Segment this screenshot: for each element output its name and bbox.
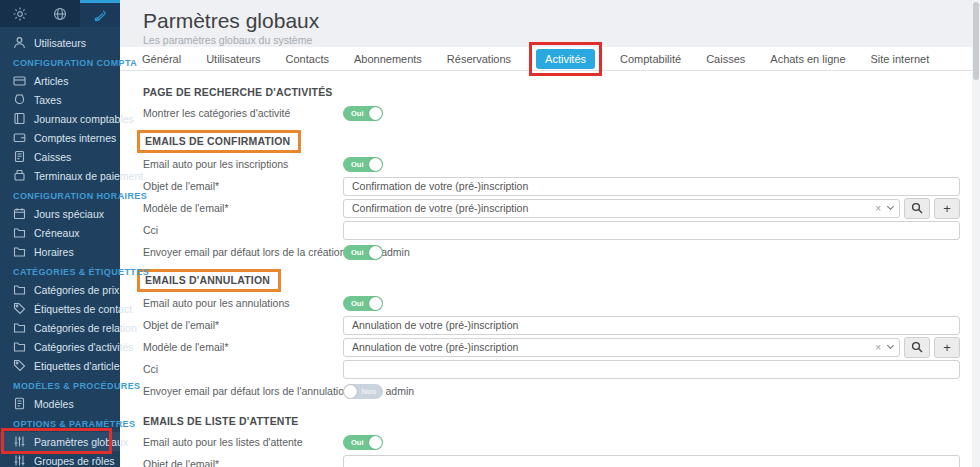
chevron-down-icon: [887, 342, 894, 349]
email-template-select[interactable]: Confirmation de votre (pré-)inscription …: [343, 199, 900, 218]
sidebar-item-terminaux-de-paiement[interactable]: Terminaux de paiement: [0, 166, 120, 185]
wallet-icon: [13, 131, 26, 144]
form-row: Objet de l'email*: [143, 314, 960, 336]
sidebar-item-label: Etiquettes d'article: [34, 360, 119, 372]
field-label: Email auto pour les annulations: [143, 297, 343, 309]
sidebar-item-jours-speciaux[interactable]: Jours spéciaux: [0, 204, 120, 223]
sidebar-item-caisses[interactable]: Caisses: [0, 147, 120, 166]
sidebar-item-categories-de-prix[interactable]: Catégories de prix: [0, 280, 120, 299]
search-template-button[interactable]: [904, 198, 930, 219]
clear-selection-icon[interactable]: ×: [875, 203, 881, 214]
sidebar-item-articles[interactable]: Articles: [0, 71, 120, 90]
sidebar-item-label: Taxes: [34, 94, 61, 106]
selected-value: Confirmation de votre (pré-)inscription: [352, 202, 875, 214]
toggle-knob: [369, 436, 382, 449]
calendar-icon: [13, 207, 26, 220]
field-label: Email auto pour les inscriptions: [143, 158, 343, 170]
form-row: Cci: [143, 358, 960, 380]
sidebar-item-modeles[interactable]: Modèles: [0, 394, 120, 413]
settings-gear-icon[interactable]: [0, 0, 40, 27]
sidebar-item-journaux-comptables[interactable]: Journaux comptables: [0, 109, 120, 128]
form-row: Email auto pour les listes d'attente Oui: [143, 431, 960, 453]
toggle-email-auto-annulations[interactable]: Oui: [343, 296, 383, 311]
sidebar-item-label: Étiquettes de contact: [34, 303, 132, 315]
form-row: Envoyer email par défaut lors de la créa…: [143, 241, 960, 263]
annotation-orange-box: EMAILS D'ANNULATION: [137, 269, 281, 292]
sidebar-item-horaires[interactable]: Horaires: [0, 242, 120, 261]
sidebar-item-label: Paramètres globaux: [34, 436, 128, 448]
tab-contacts[interactable]: Contacts: [286, 53, 329, 65]
toggle-state-label: Oui: [351, 248, 364, 257]
toggle-email-auto-listes-attente[interactable]: Oui: [343, 435, 383, 450]
section-title-emails-confirmation: EMAILS DE CONFIRMATION: [145, 135, 290, 148]
cash-register-icon: [13, 150, 26, 163]
add-template-button[interactable]: +: [934, 337, 960, 358]
sidebar-item-label: Créneaux: [34, 227, 80, 239]
cci-input[interactable]: [343, 360, 960, 379]
toggle-knob: [344, 385, 357, 398]
cci-input[interactable]: [343, 221, 960, 240]
field-label: Modèle de l'email*: [143, 202, 343, 214]
email-subject-input[interactable]: [343, 177, 960, 196]
field-label: Modèle de l'email*: [143, 341, 343, 353]
form-row: Cci: [143, 219, 960, 241]
sidebar-item-label: Horaires: [34, 246, 74, 258]
sliders-icon: [13, 435, 26, 448]
tab-activites[interactable]: Activités: [536, 49, 595, 69]
toggle-state-label: Oui: [351, 109, 364, 118]
tab-general[interactable]: Général: [142, 53, 181, 65]
form-row: Objet de l'email*: [143, 175, 960, 197]
search-icon: [911, 341, 923, 353]
email-template-select[interactable]: Annulation de votre (pré-)inscription ×: [343, 338, 900, 357]
journal-icon: [13, 112, 26, 125]
sidebar-item-parametres-globaux[interactable]: Paramètres globaux: [0, 432, 120, 451]
toggle-email-defaut-annulation-admin[interactable]: Non: [343, 384, 383, 399]
sidebar-item-label: Catégories de relation: [34, 322, 137, 334]
jar-icon: [13, 93, 26, 106]
selected-value: Annulation de votre (pré-)inscription: [352, 341, 875, 353]
clear-selection-icon[interactable]: ×: [875, 342, 881, 353]
email-subject-input[interactable]: [343, 455, 960, 467]
vertical-scrollbar[interactable]: [972, 0, 980, 467]
search-template-button[interactable]: [904, 337, 930, 358]
toggle-email-auto-inscriptions[interactable]: Oui: [343, 157, 383, 172]
sidebar-item-etiquettes-darticle[interactable]: Etiquettes d'article: [0, 356, 120, 375]
sidebar-item-categories-de-relation[interactable]: Catégories de relation: [0, 318, 120, 337]
form-content: PAGE DE RECHERCHE D'ACTIVITÉS Montrer le…: [120, 71, 980, 467]
add-template-button[interactable]: +: [934, 198, 960, 219]
field-label: Objet de l'email*: [143, 180, 343, 192]
tools-wrench-icon[interactable]: [80, 0, 120, 27]
tab-caisses[interactable]: Caisses: [706, 53, 745, 65]
page-header: Parmètres globaux Les paramètres globaux…: [120, 0, 980, 47]
sidebar-item-label: Articles: [34, 75, 68, 87]
tab-utilisateurs[interactable]: Utilisateurs: [206, 53, 260, 65]
email-subject-input[interactable]: [343, 316, 960, 335]
sidebar-item-label: Catégories d'activités: [34, 341, 133, 353]
file-template-icon: [13, 397, 26, 410]
tab-reservations[interactable]: Réservations: [447, 53, 511, 65]
scrollbar-thumb[interactable]: [973, 2, 979, 80]
sidebar-item-utilisateurs[interactable]: Utilisateurs: [0, 33, 120, 52]
sidebar-item-etiquettes-de-contact[interactable]: Étiquettes de contact: [0, 299, 120, 318]
sidebar-item-label: Groupes de rôles: [34, 455, 115, 467]
sidebar-item-groupes-de-roles[interactable]: Groupes de rôles: [0, 451, 120, 467]
toggle-email-defaut-creation-admin[interactable]: Oui: [343, 245, 383, 260]
toggle-knob: [369, 158, 382, 171]
tab-site-internet[interactable]: Site internet: [871, 53, 930, 65]
folder-icon: [13, 226, 26, 239]
modules-globe-icon[interactable]: [40, 0, 80, 27]
folder-icon: [13, 340, 26, 353]
sidebar-item-comptes-internes[interactable]: Comptes internes: [0, 128, 120, 147]
tab-achats-en-ligne[interactable]: Achats en ligne: [770, 53, 845, 65]
sidebar-item-label: Catégories de prix: [34, 284, 119, 296]
toggle-montrer-categories[interactable]: Oui: [343, 106, 383, 121]
section-title-emails-liste-attente: EMAILS DE LISTE D'ATTENTE: [143, 411, 960, 431]
form-row: Objet de l'email*: [143, 453, 960, 467]
tab-comptabilite[interactable]: Comptabilité: [620, 53, 681, 65]
sidebar-item-categories-dactivites[interactable]: Catégories d'activités: [0, 337, 120, 356]
sidebar-item-creneaux[interactable]: Créneaux: [0, 223, 120, 242]
tab-abonnements[interactable]: Abonnements: [354, 53, 422, 65]
sidebar-item-taxes[interactable]: Taxes: [0, 90, 120, 109]
sidebar-section-header: OPTIONS & PARAMÈTRES: [0, 413, 120, 432]
field-label: Email auto pour les listes d'attente: [143, 436, 343, 448]
